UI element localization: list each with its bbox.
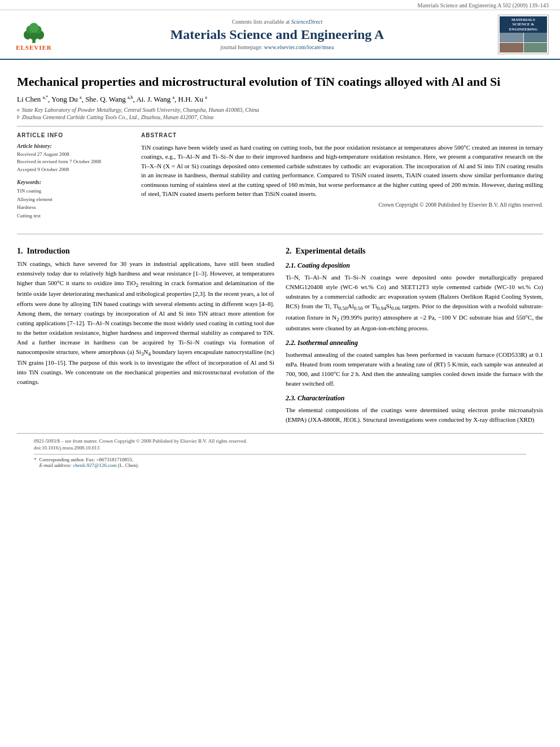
article-info-col: ARTICLE INFO Article history: Received 2… — [17, 132, 130, 225]
logo-img-4 — [524, 43, 548, 53]
logo-img-1 — [500, 33, 523, 42]
article-title: Mechanical properties and microstructura… — [17, 74, 543, 90]
corresponding-note: * Corresponding author. Fax: +8673181710… — [34, 454, 526, 468]
keyword-4: Cutting test — [17, 212, 130, 220]
affiliations: a State Key Laboratory of Powder Metallu… — [17, 107, 543, 120]
affiliation-b: b Zhuzhou Cemented Carbide Cutting Tools… — [17, 114, 543, 120]
characterization-text: The elemental compositions of the coatin… — [286, 405, 543, 425]
keywords-list: TiN coating Alloying element Hardness Cu… — [17, 187, 130, 220]
email-label: E-mail address: — [40, 462, 72, 468]
article-info-label: ARTICLE INFO — [17, 132, 130, 138]
svg-point-6 — [29, 23, 38, 33]
received-date: Received 27 August 2008 Received in revi… — [17, 151, 130, 174]
keyword-3: Hardness — [17, 203, 130, 211]
divider-1 — [17, 126, 543, 126]
isothermal-annealing-text: Isothermal annealing of the coated sampl… — [286, 350, 543, 388]
footer-doi: doi:10.1016/j.msea.2008.10.013 — [34, 445, 526, 451]
article-history-label: Article history: — [17, 143, 130, 149]
page-wrapper: Materials Science and Engineering A 502 … — [0, 0, 560, 747]
keywords-label: Keywords: — [17, 179, 130, 185]
sciencedirect-line: Contents lists available at ScienceDirec… — [62, 19, 492, 25]
elsevier-logo: ELSEVIER — [11, 19, 56, 51]
logo-top-text: MATERIALS SCIENCE & ENGINEERING — [500, 16, 547, 33]
divider-2 — [17, 234, 543, 234]
intro-paragraph: TiN coatings, which have severed for 30 … — [17, 259, 274, 387]
affiliation-b-text: Zhuzhou Cemented Carbide Cutting Tools C… — [22, 114, 214, 120]
info-abstract-row: ARTICLE INFO Article history: Received 2… — [17, 132, 543, 225]
abstract-text: TiN coatings have been widely used as ha… — [141, 143, 543, 199]
logo-images — [500, 33, 547, 53]
logo-img-2 — [524, 33, 548, 42]
journal-citation: Materials Science and Engineering A 502 … — [418, 2, 549, 8]
elsevier-wordmark: ELSEVIER — [16, 44, 52, 51]
journal-homepage: journal homepage: www.elsevier.com/locat… — [62, 44, 492, 50]
abstract-copyright: Crown Copyright © 2008 Published by Else… — [141, 202, 543, 208]
left-col: 1. Introduction TiN coatings, which have… — [17, 240, 274, 425]
coating-deposition-text: Ti–N, Ti–Al–N and Ti–Si–N coatings were … — [286, 273, 543, 333]
keyword-1: TiN coating — [17, 187, 130, 195]
coating-deposition-title: 2.1. Coating deposition — [286, 261, 543, 270]
email-person: L. Chen — [120, 462, 136, 468]
journal-homepage-url[interactable]: www.elsevier.com/locate/msea — [264, 44, 334, 50]
article-body: Mechanical properties and microstructura… — [0, 60, 560, 484]
journal-top-bar: Materials Science and Engineering A 502 … — [0, 0, 560, 10]
affiliation-a: a State Key Laboratory of Powder Metallu… — [17, 107, 543, 113]
corresponding-star: * — [34, 457, 37, 468]
affiliation-a-text: State Key Laboratory of Powder Metallurg… — [22, 107, 259, 113]
isothermal-annealing-title: 2.2. Isothermal annealing — [286, 339, 543, 347]
keywords-group: Keywords: TiN coating Alloying element H… — [17, 179, 130, 220]
corresponding-text: Corresponding author. Fax: +867318171085… — [40, 457, 139, 468]
journal-logo-right: MATERIALS SCIENCE & ENGINEERING — [498, 15, 549, 54]
experimental-title: 2. Experimental details — [286, 247, 543, 256]
elsevier-tree-icon — [17, 19, 51, 44]
email-address[interactable]: chenli.927@126.com — [73, 462, 116, 468]
sciencedirect-link[interactable]: ScienceDirect — [291, 19, 323, 25]
logo-img-3 — [500, 43, 523, 53]
intro-title: 1. Introduction — [17, 247, 274, 256]
two-col-body: 1. Introduction TiN coatings, which have… — [17, 240, 543, 425]
abstract-label: ABSTRACT — [141, 132, 543, 138]
journal-header: ELSEVIER Contents lists available at Sci… — [0, 10, 560, 60]
journal-logo-box: MATERIALS SCIENCE & ENGINEERING — [498, 15, 549, 54]
abstract-col: ABSTRACT TiN coatings have been widely u… — [141, 132, 543, 225]
article-history-group: Article history: Received 27 August 2008… — [17, 143, 130, 174]
characterization-title: 2.3. Characterization — [286, 394, 543, 403]
authors-line: Li Chen a,*, Yong Du a, She. Q. Wang a,b… — [17, 95, 543, 104]
right-col: 2. Experimental details 2.1. Coating dep… — [286, 240, 543, 425]
journal-center: Contents lists available at ScienceDirec… — [62, 19, 492, 51]
journal-title: Materials Science and Engineering A — [62, 27, 492, 43]
page-footer: 0921-5093/$ – see front matter. Crown Co… — [17, 433, 543, 473]
keyword-2: Alloying element — [17, 195, 130, 203]
footer-issn: 0921-5093/$ – see front matter. Crown Co… — [34, 438, 526, 444]
